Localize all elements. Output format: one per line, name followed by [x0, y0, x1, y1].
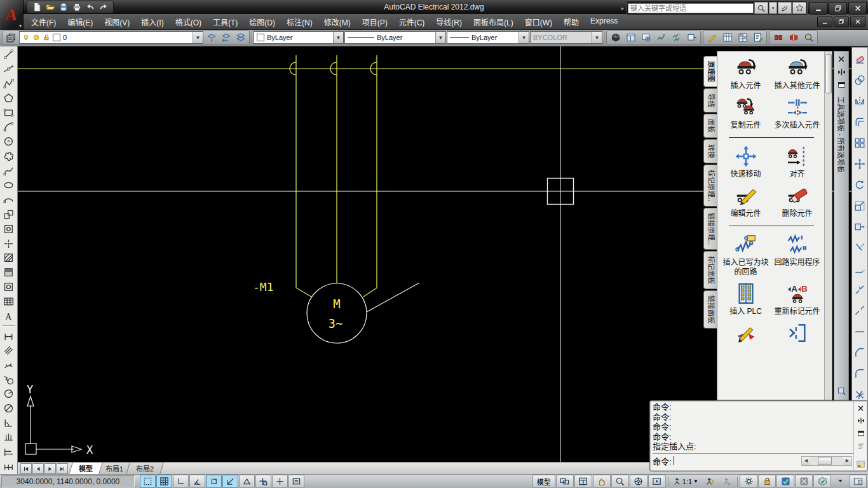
- command-scroll-thumb[interactable]: [818, 457, 832, 465]
- tool-circle-button[interactable]: [1, 134, 17, 149]
- menu-item-5[interactable]: 工具(T): [207, 15, 243, 29]
- linetype-control[interactable]: ByLayer ▼: [344, 31, 446, 44]
- app-menu-button[interactable]: A ▾: [0, 0, 24, 30]
- palette-tab-7[interactable]: 链接面板: [703, 290, 717, 329]
- menu-item-10[interactable]: 元件(C): [393, 15, 431, 29]
- app-status-2-button[interactable]: [795, 475, 813, 488]
- color-control[interactable]: ByLayer ▼: [254, 31, 344, 44]
- lock-button[interactable]: [758, 475, 776, 488]
- quick-view-layouts-button[interactable]: [574, 475, 592, 488]
- tool-polyline-button[interactable]: [1, 76, 17, 91]
- tool-extend-button[interactable]: [852, 258, 867, 279]
- palette-scroll-thumb[interactable]: [825, 54, 832, 93]
- tool-baseline-dimension-button[interactable]: [1, 445, 17, 459]
- undo-button[interactable]: [85, 2, 96, 12]
- tool-spline-button[interactable]: [1, 163, 17, 178]
- tool-chamfer-button[interactable]: [852, 342, 867, 363]
- tool-join-button[interactable]: [852, 321, 867, 342]
- app-status-3-button[interactable]: [813, 475, 831, 488]
- menu-item-14[interactable]: 帮助: [558, 15, 585, 29]
- menu-item-6[interactable]: 绘图(D): [243, 15, 281, 29]
- menu-item-4[interactable]: 格式(O): [170, 15, 207, 29]
- menu-item-9[interactable]: 项目(P): [356, 15, 393, 29]
- terminal-grid-button[interactable]: [735, 31, 750, 44]
- palette-item-insert-component[interactable]: 插入元件: [720, 55, 771, 92]
- tool-arc-button[interactable]: [1, 119, 17, 134]
- dyn-toggle[interactable]: [272, 475, 288, 488]
- grid-toggle[interactable]: [156, 475, 172, 488]
- sheet-window-button[interactable]: [623, 31, 638, 44]
- tool-line-button[interactable]: [1, 47, 17, 62]
- quickprops-toggle[interactable]: [288, 475, 304, 488]
- tab-prev-button[interactable]: [32, 463, 44, 474]
- color-dropdown-arrow[interactable]: ▼: [333, 32, 343, 43]
- panel-layout-button[interactable]: [720, 31, 735, 44]
- infocenter-collapse-icon[interactable]: ▸: [621, 5, 624, 11]
- menu-item-2[interactable]: 视图(V): [98, 15, 135, 29]
- multiple-wire-button[interactable]: [669, 31, 684, 44]
- minimize-button[interactable]: [809, 2, 827, 15]
- menu-item-11[interactable]: 导线(R): [430, 15, 468, 29]
- linetype-dropdown-arrow[interactable]: ▼: [435, 32, 445, 43]
- command-scroll-right-icon[interactable]: ▶: [843, 457, 851, 465]
- tool-quick-dimension-button[interactable]: [1, 430, 17, 445]
- palette-tab-0[interactable]: 原理图: [703, 56, 717, 87]
- palette-rollup-button[interactable]: [836, 385, 847, 396]
- audit-button[interactable]: [801, 31, 816, 44]
- menu-item-3[interactable]: 插入(I): [135, 15, 169, 29]
- palette-tab-4[interactable]: 标记原理..: [703, 165, 717, 207]
- window-settings-button[interactable]: [639, 31, 653, 44]
- showmotion-button[interactable]: [648, 475, 666, 488]
- search-flyout-button[interactable]: ▾: [769, 2, 777, 14]
- export-window-button[interactable]: [684, 31, 699, 44]
- palette-item-insert-other-component[interactable]: 插入其他元件: [771, 55, 823, 92]
- tool-ellipse-button[interactable]: [1, 178, 17, 193]
- ortho-toggle[interactable]: [173, 475, 189, 488]
- tool-construction-line-button[interactable]: [1, 62, 17, 76]
- tool-point-button[interactable]: [1, 236, 17, 251]
- command-properties-button[interactable]: [855, 428, 867, 439]
- tool-multiline-text-button[interactable]: A: [1, 309, 17, 323]
- favorites-button[interactable]: [792, 2, 806, 14]
- tool-rectangle-button[interactable]: [1, 105, 17, 120]
- palette-item-circuit-utilities[interactable]: 回路实用程序: [771, 232, 823, 278]
- command-textlines-button[interactable]: [855, 440, 867, 452]
- annotation-scale-control[interactable]: 1:1 ▼: [670, 475, 701, 487]
- layer-states-button[interactable]: [233, 31, 248, 44]
- doc-close-button[interactable]: [850, 17, 865, 27]
- workspace-button[interactable]: [740, 475, 757, 488]
- layer-properties-button[interactable]: [4, 31, 18, 44]
- palette-item-edit-component[interactable]: 编辑元件: [720, 183, 771, 220]
- tool-revision-cloud-button[interactable]: [1, 149, 17, 163]
- new-drawing-button[interactable]: [31, 2, 43, 12]
- palette-item-delete-component[interactable]: 删除元件: [771, 183, 823, 220]
- osnap3d-toggle[interactable]: [239, 475, 255, 488]
- restore-button[interactable]: [829, 2, 847, 15]
- snap-toggle[interactable]: [140, 475, 156, 488]
- layer-previous-button[interactable]: [219, 31, 233, 44]
- command-window-titlebar[interactable]: [853, 401, 867, 471]
- tool-ellipse-arc-button[interactable]: [1, 193, 17, 207]
- otrack-toggle[interactable]: [222, 475, 238, 488]
- tool-fillet-button[interactable]: [852, 363, 867, 384]
- connector-b-button[interactable]: [786, 31, 801, 44]
- layout-tab-0[interactable]: 模型: [69, 462, 103, 475]
- tool-stretch-button[interactable]: [852, 216, 867, 237]
- layout-tab-2[interactable]: 布局2: [126, 462, 165, 475]
- menu-item-1[interactable]: 编辑(E): [62, 15, 98, 29]
- palette-item-edit-wire-flag[interactable]: [720, 320, 771, 348]
- search-button[interactable]: [754, 2, 768, 14]
- steering-wheel-button[interactable]: [630, 475, 648, 488]
- plot-button[interactable]: [71, 2, 83, 12]
- command-scrollbar[interactable]: ◀ ▶: [801, 456, 852, 466]
- palette-tab-6[interactable]: 标记面板: [703, 251, 717, 289]
- tool-polygon-button[interactable]: [1, 91, 17, 105]
- doc-restore-button[interactable]: [834, 17, 849, 27]
- tool-continue-dimension-button[interactable]: [1, 459, 17, 474]
- quick-view-drawings-button[interactable]: [556, 475, 574, 488]
- communication-center-button[interactable]: [778, 2, 792, 14]
- tool-copy-button[interactable]: [852, 69, 867, 90]
- tool-radius-dimension-button[interactable]: [1, 386, 17, 401]
- palette-tab-5[interactable]: 链接原理..: [703, 208, 717, 250]
- palette-item-retag-component[interactable]: AB重新标记元件: [771, 281, 823, 318]
